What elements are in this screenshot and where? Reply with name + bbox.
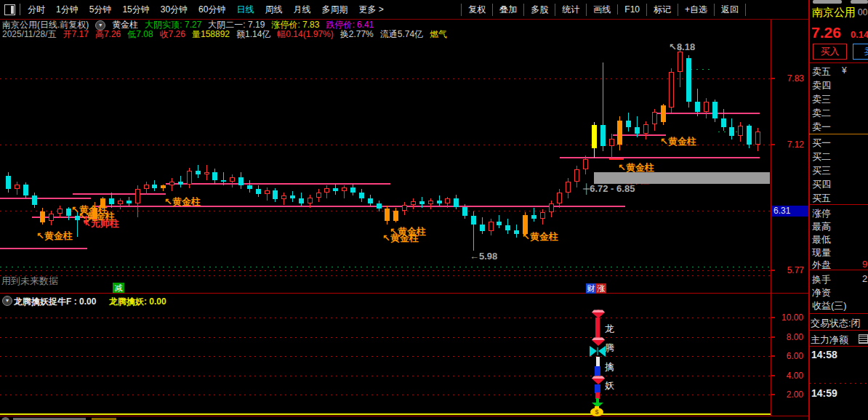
period-menu-item[interactable]: 分时 [28, 4, 45, 16]
tools-menu-item[interactable]: 复权 [461, 4, 492, 16]
tools-menu-item[interactable]: 标记 [646, 4, 678, 16]
candle [437, 201, 442, 203]
period-menu-item[interactable]: 5分钟 [89, 4, 112, 16]
butterfly-icon [589, 346, 606, 357]
candle [635, 127, 640, 134]
indicator-value: 龙腾擒妖: 0.00 [109, 296, 166, 308]
drawn-line-price-tag[interactable]: 6.31 [771, 206, 808, 217]
candle [368, 198, 373, 203]
period-menu-item[interactable]: 多周期 [321, 4, 347, 16]
main-force-label[interactable]: 主力净额 [811, 334, 848, 347]
candle [126, 201, 132, 203]
candle [704, 102, 709, 112]
trendline [0, 248, 87, 249]
trendline [73, 193, 166, 195]
price-gridline [0, 145, 771, 145]
stat-row: 涨停 [812, 207, 831, 220]
stat-row: 最低 [812, 233, 831, 246]
quote-info-line: 2025/11/28/五开7.17高7.26低7.08收7.26量158892额… [2, 30, 447, 39]
candle [6, 176, 11, 189]
period-menu-item[interactable]: 15分钟 [122, 4, 149, 16]
period-menu-item[interactable]: 30分钟 [161, 4, 188, 16]
candle [49, 214, 54, 221]
overlay-dotted-green [0, 267, 771, 267]
stat-row: 最高 [812, 220, 831, 233]
stat-value: 9 [862, 259, 867, 270]
tools-menu-item[interactable]: 多股 [523, 4, 555, 16]
timestamp-2: 14:59 [811, 387, 837, 399]
tools-menu-item[interactable]: 统计 [555, 4, 586, 16]
sidebar-divider [809, 313, 868, 314]
bid-row-1[interactable]: 买一 [812, 137, 831, 150]
candle [23, 185, 28, 195]
ask-row-1[interactable]: 卖一 [812, 121, 831, 134]
svg-text:$: $ [595, 408, 598, 416]
trendline [166, 183, 390, 185]
quote-segment: 2025/11/28/五 [2, 28, 57, 41]
buy-button[interactable]: 买入 [813, 44, 847, 60]
candle [15, 185, 20, 189]
candle [652, 112, 657, 124]
candle [661, 105, 666, 122]
tools-menu-item[interactable]: 叠加 [492, 4, 523, 16]
panel-divider-bottom [0, 416, 808, 416]
candle [393, 211, 398, 221]
tools-menu-item[interactable]: +自选 [678, 4, 714, 16]
sell-button[interactable]: 卖 [853, 44, 868, 60]
indicator-axis-label: 8.00 [771, 332, 803, 342]
jian-badge: 减 [113, 283, 124, 293]
golden-pillar-label: ↖黄金柱 [36, 230, 73, 243]
bid-row-3[interactable]: 买三 [812, 164, 831, 177]
sidebar-stock-name[interactable]: 南京公用 [812, 6, 856, 20]
tools-menu-item[interactable]: 返回 [714, 4, 746, 16]
ask-row-4[interactable]: 卖四 [812, 79, 831, 92]
indicator-zero-line [0, 413, 771, 415]
indicator-collapse-icon[interactable]: ▾ [2, 296, 12, 306]
candle [609, 139, 614, 146]
menu-divider [20, 4, 20, 15]
sidebar-dotted-divider [809, 383, 868, 384]
bid-row-2[interactable]: 买二 [812, 150, 831, 163]
gem-icon [590, 336, 606, 347]
indicator-gridline [0, 376, 771, 376]
layout-split-icon[interactable] [4, 4, 15, 15]
period-menu-item[interactable]: 周线 [265, 4, 282, 16]
ask-row-3[interactable]: 卖三 [812, 93, 831, 106]
bid-row-4[interactable]: 买四 [812, 178, 831, 191]
mini-dotted-green [691, 69, 712, 70]
candle [238, 177, 244, 185]
candle [316, 193, 321, 198]
tools-menu-item[interactable]: 画线 [586, 4, 617, 16]
candle [531, 215, 537, 219]
trendline [560, 157, 760, 158]
ask-row-2[interactable]: 卖二 [812, 107, 831, 120]
candle [514, 230, 519, 234]
period-menu-item[interactable]: 日线 [236, 4, 254, 16]
tools-menu-item[interactable]: F10 [617, 4, 646, 15]
candle [505, 225, 510, 230]
period-menu-item[interactable]: 月线 [293, 4, 310, 16]
candle [40, 211, 45, 222]
candle [738, 126, 743, 136]
candle [161, 185, 166, 188]
period-menu-item[interactable]: 更多 > [358, 4, 383, 16]
gem-icon [590, 375, 606, 385]
bid-row-5[interactable]: 买五 [812, 192, 831, 205]
totem-white-bar [596, 357, 600, 366]
period-menu-item[interactable]: 1分钟 [56, 4, 79, 16]
period-menu: 分时1分钟5分钟15分钟30分钟60分钟日线周线月线多周期更多 > [4, 0, 395, 19]
candle [273, 190, 278, 199]
list-icon[interactable] [859, 334, 868, 344]
ask-row-5[interactable]: 卖五 [812, 65, 831, 78]
candle [471, 216, 476, 225]
indicator-axis-label: 10.00 [771, 312, 803, 323]
price-axis-label: 7.12 [772, 140, 804, 150]
period-menu-item[interactable]: 60分钟 [198, 4, 225, 16]
totem-character: 腾 [605, 342, 614, 355]
candle [118, 201, 123, 204]
quote-segment: 量158892 [192, 28, 230, 41]
candle-wick [611, 134, 612, 159]
price-note: ←5.98 [470, 251, 497, 262]
indicator-axis-label: 2.00 [771, 389, 803, 400]
stat-value: 2 [862, 273, 867, 284]
